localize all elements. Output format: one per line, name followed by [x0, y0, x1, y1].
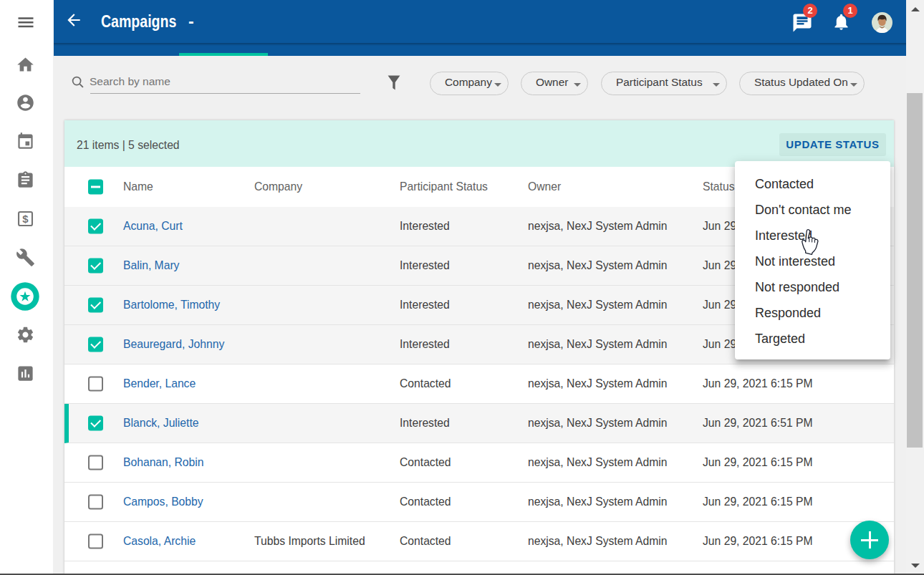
- svg-text:$: $: [22, 213, 29, 224]
